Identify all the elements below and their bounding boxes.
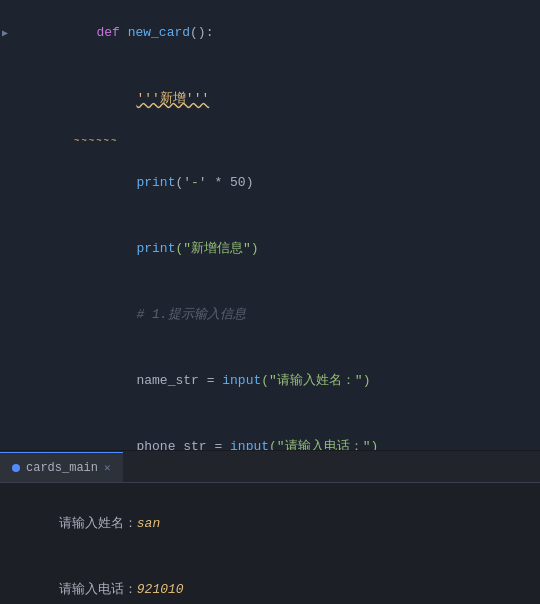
phone-input-value: 921010 [137,582,184,597]
code-line-3: print('-' * 50) [0,150,540,216]
terminal-panel: 请输入姓名：san 请输入电话：921010 请输入年龄：35 {'name':… [0,482,540,604]
tab-cards-main[interactable]: cards_main ✕ [0,452,123,482]
parens: (): [190,25,213,40]
line-content-2: '''新增''' [30,66,540,132]
line-content-5: # 1.提示输入信息 [30,282,540,348]
phone-prompt: 请输入电话： [59,582,137,597]
keyword-def: def [96,25,127,40]
docstring: '''新增''' [136,91,209,106]
editor-container: ▶ def new_card(): '''新增''' ~~~~~~ print(… [0,0,540,604]
tab-icon [12,464,20,472]
code-line-5: # 1.提示输入信息 [0,282,540,348]
code-line-1: ▶ def new_card(): [0,0,540,66]
tab-close-button[interactable]: ✕ [104,461,111,474]
code-line-2: '''新增''' [0,66,540,132]
function-name: new_card [128,25,190,40]
line-content-1: def new_card(): [30,0,540,66]
code-line-4: print("新增信息") [0,216,540,282]
terminal-line-2: 请输入电话：921010 [12,557,528,604]
squiggle-line: ~~~~~~ [0,128,540,150]
line-content-6: name_str = input("请输入姓名：") [30,348,540,414]
name-input-value: san [137,516,160,531]
tab-bar: cards_main ✕ [0,450,540,482]
name-prompt: 请输入姓名： [59,516,137,531]
line-content-7: phone_str = input("请输入电话：") [30,414,540,450]
code-editor[interactable]: ▶ def new_card(): '''新增''' ~~~~~~ print(… [0,0,540,450]
tab-label: cards_main [26,461,98,475]
print-fn: print [136,175,175,190]
fold-arrow-1[interactable]: ▶ [2,27,8,39]
code-line-6: name_str = input("请输入姓名：") [0,348,540,414]
terminal-line-1: 请输入姓名：san [12,491,528,557]
line-content-4: print("新增信息") [30,216,540,282]
line-content-3: print('-' * 50) [30,150,540,216]
code-line-7: phone_str = input("请输入电话：") [0,414,540,450]
